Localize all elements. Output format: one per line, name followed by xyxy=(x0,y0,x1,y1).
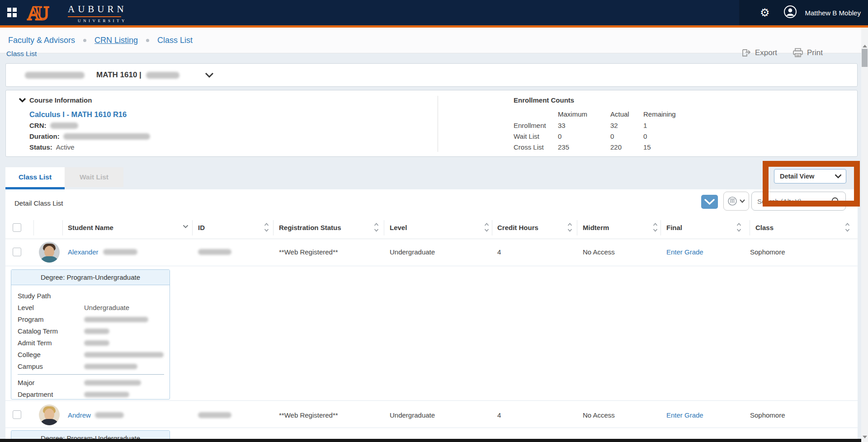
view-mode-select[interactable]: Detail View xyxy=(774,169,846,183)
sort-icon[interactable] xyxy=(264,222,269,232)
col-midterm[interactable]: Midterm xyxy=(583,224,609,231)
ec-value: 220 xyxy=(610,143,622,151)
column-separator xyxy=(750,220,750,235)
redacted-value xyxy=(84,329,109,334)
sort-icon[interactable] xyxy=(484,222,489,232)
degree-field-label: Level xyxy=(18,304,34,311)
col-final[interactable]: Final xyxy=(666,224,682,231)
col-credit-hours[interactable]: Credit Hours xyxy=(497,224,538,231)
column-separator xyxy=(660,220,661,235)
chevron-down-icon xyxy=(740,199,745,203)
breadcrumb-crn-listing[interactable]: CRN Listing xyxy=(94,36,138,45)
course-title-link[interactable]: Calculus I - MATH 1610 R16 xyxy=(29,110,127,119)
brand-line2: UNIVERSITY xyxy=(68,19,127,23)
degree-field-label: Study Path xyxy=(18,292,51,300)
column-separator xyxy=(62,220,63,235)
top-navbar: AU AUBURN UNIVERSITY ⚙ Matthew B Mobley xyxy=(0,0,868,25)
sort-icon[interactable] xyxy=(736,222,741,232)
export-button[interactable]: Export xyxy=(741,48,777,57)
scroll-up-icon[interactable] xyxy=(863,45,867,47)
sort-icon[interactable] xyxy=(653,222,658,232)
ec-value: 235 xyxy=(558,143,569,151)
row-checkbox[interactable] xyxy=(13,410,21,419)
tab-wait-list[interactable]: Wait List xyxy=(65,167,123,187)
midterm-cell: No Access xyxy=(583,411,615,419)
degree-panel-divider xyxy=(18,374,164,375)
registration-status-cell: **Web Registered** xyxy=(279,411,338,419)
ec-row-label: Cross List xyxy=(514,143,544,151)
degree-panel-title: Degree: Program-Undergraduate xyxy=(11,270,170,285)
student-photo xyxy=(39,242,60,263)
student-name-link[interactable]: Andrew xyxy=(68,411,91,419)
ec-value: 1 xyxy=(643,122,647,129)
class-cell: Sophomore xyxy=(750,411,785,419)
scroll-down-icon[interactable] xyxy=(863,436,867,438)
scrollbar-thumb[interactable] xyxy=(862,49,868,67)
col-class[interactable]: Class xyxy=(755,224,774,231)
redacted-id xyxy=(198,249,231,255)
gear-icon[interactable]: ⚙ xyxy=(760,7,770,18)
enter-grade-link[interactable]: Enter Grade xyxy=(666,411,703,419)
ec-value: 33 xyxy=(558,122,566,129)
duration-row: Duration: xyxy=(29,132,150,140)
row-separator xyxy=(5,428,858,428)
user-icon[interactable] xyxy=(783,5,797,20)
course-selector[interactable]: MATH 1610 | xyxy=(5,63,858,87)
breadcrumb-faculty-advisors[interactable]: Faculty & Advisors xyxy=(8,36,75,45)
view-mode-value: Detail View xyxy=(780,173,835,180)
ec-value: 32 xyxy=(610,122,618,129)
degree-detail-panel: Degree: Program-Undergraduate Study Path… xyxy=(11,269,170,400)
enter-grade-link[interactable]: Enter Grade xyxy=(666,248,703,256)
redacted-value xyxy=(84,317,148,322)
redacted-duration-value xyxy=(63,133,150,140)
student-name-link[interactable]: Alexander xyxy=(68,248,99,256)
row-checkbox[interactable] xyxy=(13,248,21,256)
redacted-value xyxy=(84,380,141,386)
col-level[interactable]: Level xyxy=(390,224,407,231)
registration-status-cell: **Web Registered** xyxy=(279,248,338,256)
degree-field-value: Undergraduate xyxy=(84,304,129,311)
duration-label: Duration: xyxy=(29,132,60,140)
crn-label: CRN: xyxy=(29,122,47,129)
user-name[interactable]: Matthew B Mobley xyxy=(805,9,861,17)
sort-icon[interactable] xyxy=(374,222,379,232)
ec-header-actual: Actual xyxy=(610,110,629,118)
chevron-down-icon[interactable] xyxy=(205,72,214,78)
degree-field-label: Admit Term xyxy=(18,339,52,347)
column-separator xyxy=(192,220,193,235)
panel-divider xyxy=(438,96,438,152)
topbar-user-area: ⚙ Matthew B Mobley xyxy=(739,0,868,25)
search-icon[interactable] xyxy=(831,197,840,206)
degree-field-label: Campus xyxy=(18,362,43,370)
brand-line1: AUBURN xyxy=(68,4,127,15)
col-registration-status[interactable]: Registration Status xyxy=(279,224,341,231)
select-all-checkbox[interactable] xyxy=(13,223,21,232)
page-actions: Export Print xyxy=(741,48,823,58)
app-menu-icon[interactable] xyxy=(7,8,17,17)
ec-header-maximum: Maximum xyxy=(558,110,587,118)
sort-icon[interactable] xyxy=(567,222,572,232)
tab-class-list[interactable]: Class List xyxy=(5,167,65,187)
student-photo xyxy=(39,404,60,425)
column-settings-icon xyxy=(727,196,737,206)
row-separator xyxy=(5,266,858,266)
sort-icon[interactable] xyxy=(845,222,850,232)
course-selector-text: MATH 1610 | xyxy=(96,71,142,80)
col-id[interactable]: ID xyxy=(198,224,205,231)
crn-row: CRN: xyxy=(29,122,78,129)
print-icon xyxy=(793,48,803,58)
brand-rule xyxy=(68,16,121,17)
class-cell: Sophomore xyxy=(750,248,785,256)
collapse-section-icon[interactable] xyxy=(19,98,26,103)
breadcrumb: Faculty & Advisors CRN Listing Class Lis… xyxy=(0,28,868,53)
print-button[interactable]: Print xyxy=(793,48,823,58)
breadcrumb-separator-icon xyxy=(83,39,86,42)
vertical-scrollbar[interactable] xyxy=(861,28,868,442)
sort-icon[interactable] xyxy=(183,225,189,228)
email-button[interactable] xyxy=(701,195,718,209)
search-input[interactable] xyxy=(757,197,831,205)
breadcrumb-separator-icon xyxy=(146,39,149,42)
column-separator xyxy=(273,220,274,235)
col-student-name[interactable]: Student Name xyxy=(68,224,113,231)
column-settings-button[interactable] xyxy=(723,192,749,211)
